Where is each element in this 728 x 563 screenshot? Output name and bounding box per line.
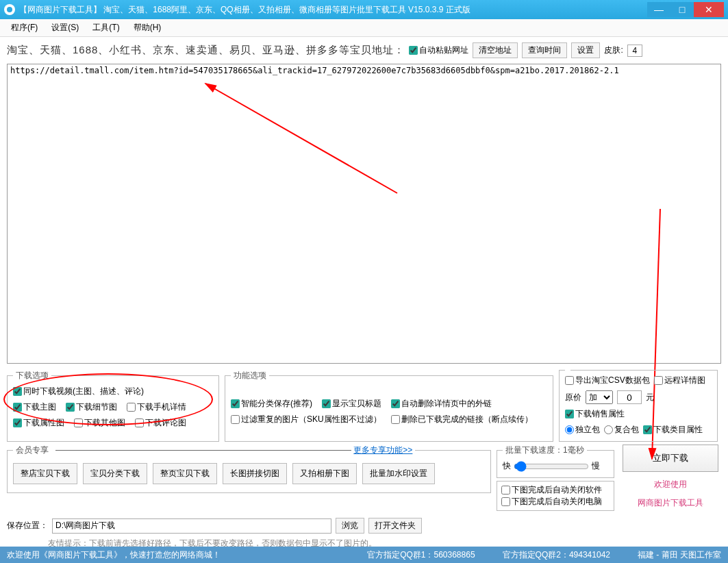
menu-settings[interactable]: 设置(S) bbox=[45, 22, 86, 34]
price-label: 原价 bbox=[565, 392, 581, 403]
vip-more-link[interactable]: 更多专享功能>> bbox=[353, 445, 412, 455]
minimize-button[interactable]: — bbox=[647, 2, 670, 17]
cb-autoclose-sw[interactable]: 下图完成后自动关闭软件 bbox=[501, 484, 610, 496]
vip-btn-3[interactable]: 整页宝贝下载 bbox=[153, 463, 217, 484]
save-path-label: 保存位置： bbox=[7, 520, 48, 531]
cb-remote-detail[interactable]: 远程详情图 bbox=[654, 375, 705, 386]
status-location: 福建 - 莆田 天图工作室 bbox=[638, 549, 721, 561]
clear-address-button[interactable]: 清空地址 bbox=[473, 42, 518, 58]
skin-input[interactable] bbox=[627, 45, 642, 57]
menubar: 程序(F) 设置(S) 工具(T) 帮助(H) bbox=[0, 19, 728, 37]
close-button[interactable]: ✕ bbox=[694, 2, 724, 17]
cb-auto-del-outlink[interactable]: 自动删除详情页中的外链 bbox=[391, 398, 492, 410]
cb-dl-cat-attr[interactable]: 下载类目属性 bbox=[643, 424, 703, 436]
price-value-input[interactable] bbox=[617, 390, 642, 404]
cb-autoclose-pc[interactable]: 下图完成后自动关闭电脑 bbox=[501, 496, 610, 508]
price-unit: 元 bbox=[646, 392, 654, 403]
cb-smart-save[interactable]: 智能分类保存(推荐) bbox=[231, 398, 312, 410]
radio-pack-single[interactable]: 独立包 bbox=[565, 424, 600, 436]
func-legend: 功能选项 bbox=[231, 370, 269, 381]
cb-show-title[interactable]: 显示宝贝标题 bbox=[322, 398, 381, 410]
speed-slow-label: 慢 bbox=[592, 460, 600, 472]
top-row: 淘宝、天猫、1688、小红书、京东、速卖通、易贝、亚马逊、拼多多等宝贝地址： 自… bbox=[0, 37, 728, 64]
save-path-input[interactable] bbox=[52, 518, 331, 534]
cb-del-done[interactable]: 删除已下载完成的链接（断点续传） bbox=[391, 414, 533, 425]
toolname-text: 网商图片下载工具 bbox=[638, 497, 703, 509]
download-now-button[interactable]: 立即下载 bbox=[623, 445, 718, 472]
export-options-fieldset: 导出淘宝CSV数据包 远程详情图 原价 加 元 下载销售属性 独立包 复合包 下… bbox=[559, 370, 718, 442]
vip-btn-1[interactable]: 整店宝贝下载 bbox=[13, 463, 77, 484]
menu-help[interactable]: 帮助(H) bbox=[127, 22, 168, 34]
app-icon bbox=[4, 4, 15, 15]
browse-button[interactable]: 浏览 bbox=[336, 518, 364, 534]
cb-attr-img[interactable]: 下载属性图 bbox=[13, 417, 64, 429]
speed-fieldset: 批量下载速度：1毫秒 快 慢 bbox=[497, 445, 614, 478]
status-qq1: 560368865 bbox=[434, 550, 475, 560]
status-qq2: 494341042 bbox=[569, 550, 610, 560]
cb-comment-img[interactable]: 下载评论图 bbox=[135, 417, 186, 429]
speed-legend: 批量下载速度：1毫秒 bbox=[503, 445, 587, 456]
maximize-button[interactable]: □ bbox=[670, 2, 694, 17]
auto-paste-checkbox[interactable]: 自动粘贴网址 bbox=[409, 45, 468, 56]
menu-tools[interactable]: 工具(T) bbox=[86, 22, 126, 34]
menu-program[interactable]: 程序(F) bbox=[4, 22, 45, 34]
status-welcome: 欢迎使用《网商图片下载工具》，快速打造您的网络商城！ bbox=[7, 549, 367, 561]
vip-btn-2[interactable]: 宝贝分类下载 bbox=[83, 463, 147, 484]
app-title: 【网商图片下载工具】 淘宝、天猫、1688阿里、京东、QQ相册、又拍相册、微商相… bbox=[19, 4, 647, 16]
cb-detail-img[interactable]: 下载细节图 bbox=[66, 401, 117, 413]
vip-btn-6[interactable]: 批量加水印设置 bbox=[362, 463, 435, 484]
open-folder-button[interactable]: 打开文件夹 bbox=[368, 518, 422, 534]
cb-other-img[interactable]: 下载其他图 bbox=[74, 417, 125, 429]
speed-slider[interactable] bbox=[514, 461, 589, 472]
titlebar: 【网商图片下载工具】 淘宝、天猫、1688阿里、京东、QQ相册、又拍相册、微商相… bbox=[0, 0, 728, 19]
welcome-text: 欢迎使用 bbox=[654, 479, 687, 490]
cb-dl-sale-attr[interactable]: 下载销售属性 bbox=[565, 408, 625, 420]
vip-legend: 会员专享 ———————————————————————————————————… bbox=[13, 445, 415, 456]
cb-main-img[interactable]: 下载主图 bbox=[13, 401, 56, 413]
statusbar: 欢迎使用《网商图片下载工具》，快速打造您的网络商城！ 官方指定QQ群1： 560… bbox=[0, 547, 728, 563]
skin-label: 皮肤: bbox=[604, 45, 623, 56]
cb-mobile-detail[interactable]: 下载手机详情 bbox=[127, 401, 186, 413]
dl-legend: 下载选项 bbox=[13, 370, 51, 381]
autoclose-fieldset: 下图完成后自动关闭软件 下图完成后自动关闭电脑 bbox=[497, 481, 614, 511]
radio-pack-combo[interactable]: 复合包 bbox=[604, 424, 639, 436]
vip-fieldset: 会员专享 ———————————————————————————————————… bbox=[7, 445, 491, 493]
download-options-fieldset: 下载选项 同时下载视频(主图、描述、评论) 下载主图 下载细节图 下载手机详情 … bbox=[7, 370, 219, 442]
price-op-select[interactable]: 加 bbox=[586, 390, 613, 404]
status-qq1-label: 官方指定QQ群1： bbox=[367, 549, 434, 561]
settings-button[interactable]: 设置 bbox=[571, 42, 600, 58]
cb-filter-dup[interactable]: 过滤重复的图片（SKU属性图不过滤） bbox=[231, 414, 381, 425]
cb-export-csv[interactable]: 导出淘宝CSV数据包 bbox=[565, 375, 650, 386]
url-textarea[interactable] bbox=[7, 64, 721, 364]
speed-fast-label: 快 bbox=[503, 460, 511, 472]
query-time-button[interactable]: 查询时间 bbox=[522, 42, 567, 58]
vip-btn-4[interactable]: 长图拼接切图 bbox=[223, 463, 287, 484]
function-options-fieldset: 功能选项 智能分类保存(推荐) 显示宝贝标题 自动删除详情页中的外链 过滤重复的… bbox=[225, 370, 553, 442]
cb-video[interactable]: 同时下载视频(主图、描述、评论) bbox=[13, 386, 144, 397]
vip-btn-5[interactable]: 又拍相册下图 bbox=[292, 463, 357, 484]
address-label: 淘宝、天猫、1688、小红书、京东、速卖通、易贝、亚马逊、拼多多等宝贝地址： bbox=[7, 44, 405, 57]
status-qq2-label: 官方指定QQ群2： bbox=[503, 549, 569, 561]
